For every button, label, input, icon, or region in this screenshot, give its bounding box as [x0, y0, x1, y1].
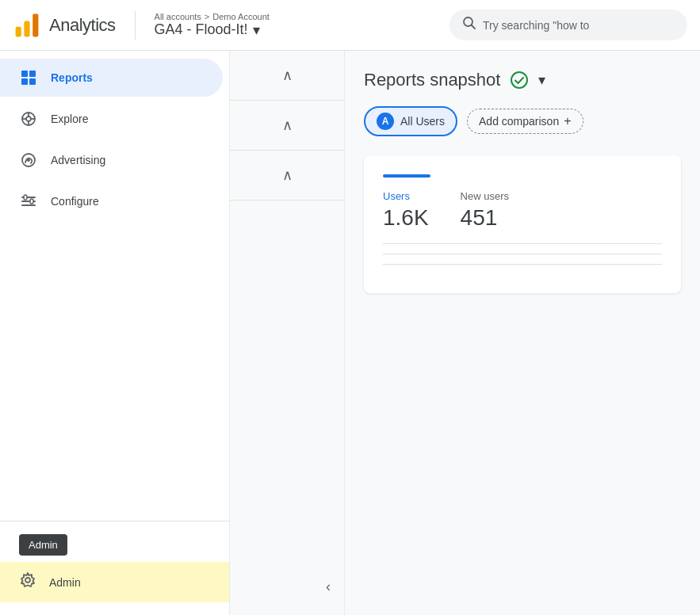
- property-name: GA4 - Flood-It!: [155, 21, 248, 38]
- svg-point-16: [27, 159, 30, 162]
- admin-tooltip[interactable]: Admin: [19, 534, 67, 556]
- sidebar-item-explore[interactable]: Explore: [0, 100, 223, 138]
- svg-point-10: [26, 117, 31, 121]
- reports-label: Reports: [51, 71, 93, 84]
- all-accounts-link[interactable]: All accounts: [155, 12, 201, 21]
- reports-icon: [19, 68, 38, 87]
- stat-divider-1: [383, 243, 662, 244]
- top-header: Analytics All accounts > Demo Account GA…: [0, 0, 700, 51]
- card-indicator-bar: [383, 174, 430, 178]
- page-title: Reports snapshot: [364, 70, 500, 90]
- breadcrumb-area: All accounts > Demo Account GA4 - Flood-…: [155, 12, 270, 39]
- collapse-sidebar-button[interactable]: ‹: [312, 571, 344, 602]
- demo-account-link[interactable]: Demo Account: [212, 12, 270, 21]
- sidebar-item-reports[interactable]: Reports: [0, 59, 223, 97]
- header-divider: [135, 11, 136, 40]
- stat-divider-3: [383, 264, 662, 265]
- page-header-dropdown-icon[interactable]: ▾: [538, 71, 545, 89]
- logo-area: Analytics: [13, 11, 116, 40]
- sidebar-item-configure[interactable]: Configure: [0, 182, 223, 220]
- svg-rect-21: [30, 199, 33, 204]
- add-comparison-button[interactable]: Add comparison +: [467, 109, 583, 134]
- new-users-label: New users: [461, 190, 509, 202]
- svg-rect-0: [16, 26, 21, 36]
- svg-rect-6: [29, 71, 36, 77]
- main-area: Reports Explore: [0, 51, 700, 615]
- collapse-section-3-button[interactable]: ∧: [230, 157, 344, 193]
- app-title: Analytics: [49, 15, 116, 36]
- svg-rect-5: [21, 71, 28, 77]
- stat-divider-2: [383, 254, 662, 254]
- explore-label: Explore: [51, 113, 88, 125]
- breadcrumb-separator: >: [205, 12, 209, 21]
- main-content: Reports snapshot ▾ A All Users Add compa…: [345, 51, 700, 615]
- search-icon: [462, 16, 476, 34]
- advertising-label: Advertising: [51, 154, 105, 166]
- sub-section-2: ∧: [230, 101, 344, 151]
- users-value: 1.6K: [383, 205, 429, 231]
- svg-rect-2: [33, 13, 38, 36]
- sidebar: Reports Explore: [0, 51, 230, 615]
- stats-card: Users 1.6K New users 451: [364, 155, 681, 293]
- property-dropdown-arrow-icon: ▾: [253, 21, 260, 39]
- svg-point-23: [511, 72, 527, 88]
- analytics-logo-icon: [13, 11, 41, 40]
- page-header: Reports snapshot ▾: [364, 70, 681, 90]
- explore-icon: [19, 109, 38, 128]
- collapse-section-1-button[interactable]: ∧: [230, 57, 344, 94]
- svg-line-4: [472, 25, 476, 29]
- verified-icon: [510, 71, 529, 90]
- property-selector[interactable]: GA4 - Flood-It! ▾: [155, 21, 270, 39]
- svg-rect-7: [21, 78, 28, 85]
- add-comparison-label: Add comparison: [479, 115, 559, 128]
- stats-row: Users 1.6K New users 451: [383, 190, 662, 231]
- sidebar-item-advertising[interactable]: Advertising: [0, 141, 223, 179]
- users-stat: Users 1.6K: [383, 190, 429, 231]
- configure-icon: [19, 192, 38, 211]
- advertising-icon: [19, 151, 38, 170]
- search-placeholder-text: Try searching "how to: [483, 19, 589, 32]
- breadcrumb: All accounts > Demo Account: [155, 12, 270, 21]
- admin-nav-item[interactable]: Admin: [0, 562, 229, 602]
- svg-rect-8: [29, 78, 36, 85]
- plus-icon: +: [564, 114, 571, 128]
- admin-label: Admin: [49, 576, 81, 589]
- filter-row: A All Users Add comparison +: [364, 106, 681, 136]
- svg-rect-20: [24, 195, 27, 200]
- svg-rect-1: [24, 21, 29, 36]
- new-users-stat: New users 451: [461, 190, 509, 231]
- gear-icon: [19, 571, 36, 593]
- configure-label: Configure: [51, 195, 99, 208]
- users-label: Users: [383, 190, 429, 202]
- sub-section-3: ∧: [230, 151, 344, 201]
- sub-sidebar: ∧ ∧ ∧ ‹: [230, 51, 345, 615]
- segment-label: All Users: [400, 115, 445, 128]
- svg-rect-19: [21, 204, 36, 206]
- segment-avatar: A: [377, 113, 394, 130]
- new-users-value: 451: [461, 205, 509, 231]
- sub-section-1: ∧: [230, 51, 344, 101]
- all-users-segment-pill[interactable]: A All Users: [364, 106, 457, 136]
- search-bar[interactable]: Try searching "how to: [449, 10, 687, 40]
- svg-point-22: [25, 578, 30, 583]
- sidebar-bottom: Admin Admin: [0, 521, 229, 609]
- collapse-section-2-button[interactable]: ∧: [230, 107, 344, 143]
